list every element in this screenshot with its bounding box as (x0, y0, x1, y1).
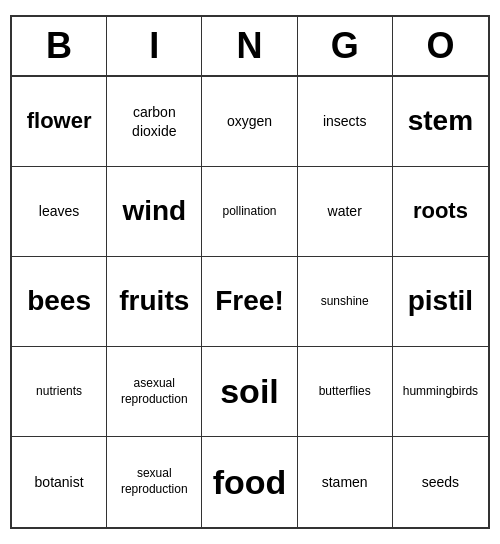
bingo-header: BINGO (12, 17, 488, 77)
cell-2-4: pistil (393, 257, 488, 347)
cell-1-3: water (298, 167, 393, 257)
cell-0-2: oxygen (202, 77, 297, 167)
cell-1-1: wind (107, 167, 202, 257)
cell-1-0: leaves (12, 167, 107, 257)
cell-0-0: flower (12, 77, 107, 167)
cell-2-0: bees (12, 257, 107, 347)
cell-0-1: carbon dioxide (107, 77, 202, 167)
cell-4-2: food (202, 437, 297, 527)
cell-0-3: insects (298, 77, 393, 167)
cell-2-3: sunshine (298, 257, 393, 347)
cell-3-1: asexual reproduction (107, 347, 202, 437)
cell-0-4: stem (393, 77, 488, 167)
cell-4-0: botanist (12, 437, 107, 527)
cell-4-3: stamen (298, 437, 393, 527)
bingo-card: BINGO flowercarbon dioxideoxygeninsectss… (10, 15, 490, 529)
cell-3-0: nutrients (12, 347, 107, 437)
header-letter: B (12, 17, 107, 75)
header-letter: O (393, 17, 488, 75)
cell-1-2: pollination (202, 167, 297, 257)
cell-3-2: soil (202, 347, 297, 437)
cell-3-4: hummingbirds (393, 347, 488, 437)
header-letter: N (202, 17, 297, 75)
header-letter: G (298, 17, 393, 75)
cell-4-1: sexual reproduction (107, 437, 202, 527)
cell-1-4: roots (393, 167, 488, 257)
cell-4-4: seeds (393, 437, 488, 527)
cell-3-3: butterflies (298, 347, 393, 437)
cell-2-1: fruits (107, 257, 202, 347)
bingo-grid: flowercarbon dioxideoxygeninsectsstemlea… (12, 77, 488, 527)
cell-2-2: Free! (202, 257, 297, 347)
header-letter: I (107, 17, 202, 75)
